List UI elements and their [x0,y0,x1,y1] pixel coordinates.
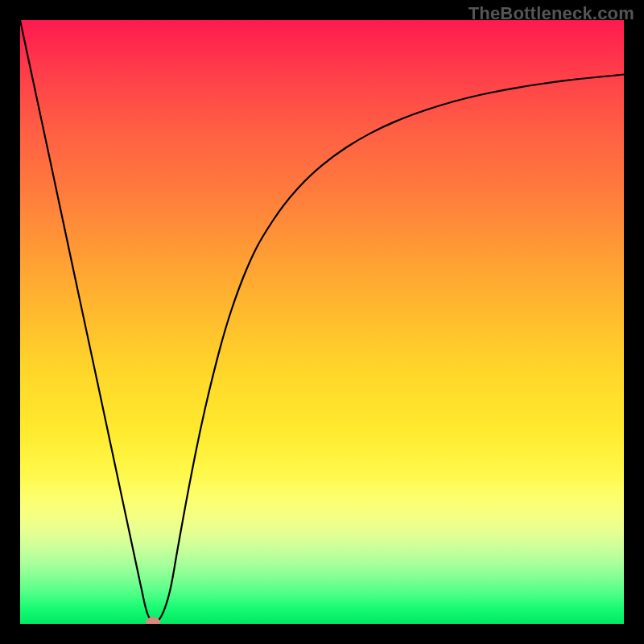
bottleneck-curve [20,20,624,624]
chart-container: TheBottleneck.com [0,0,644,644]
plot-area [20,20,624,624]
watermark-text: TheBottleneck.com [469,3,634,24]
optimum-marker [146,617,160,624]
